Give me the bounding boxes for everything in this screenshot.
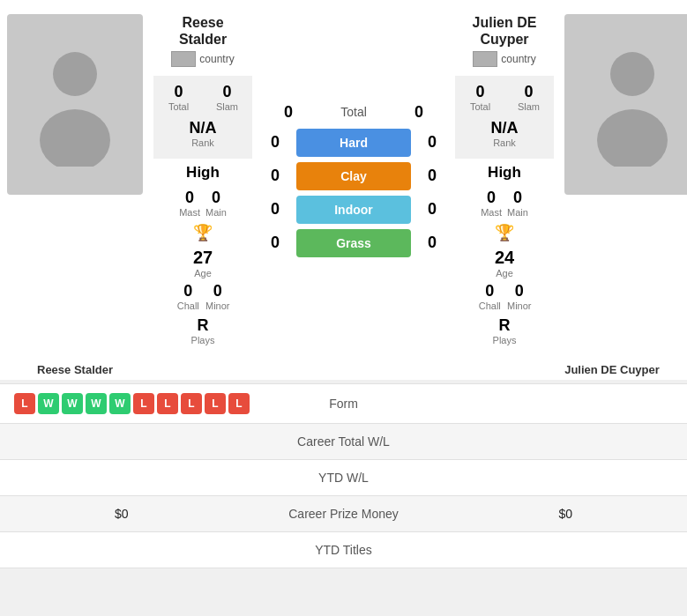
left-rank-value: N/A [157,119,249,137]
form-badge: L [133,393,154,414]
indoor-row: 0 Indoor 0 [263,196,444,224]
svg-point-2 [610,52,654,96]
left-player-name: Reese Stalder [179,14,227,48]
hard-right-score: 0 [420,133,444,152]
career-wl-row: Career Total W/L [0,424,687,460]
right-player-name-below: Julien DE Cuyper [537,360,687,380]
right-high: High [488,164,521,182]
left-slam-stat: 0 Slam [205,83,249,112]
form-badge: W [86,393,107,414]
right-trophy-row: 🏆 [495,223,514,242]
form-badges-container: LWWWWLLLLL [14,393,265,414]
right-slam-stat: 0 Slam [507,83,550,112]
right-rank-value: N/A [459,119,550,137]
right-main-stat: 0 Main [507,189,528,218]
left-stats-block: 0 Total 0 Slam N/A Rank [153,76,252,159]
right-plays: R Plays [493,316,517,345]
right-player-country: country [473,51,535,67]
right-mast-stat: 0 Mast [481,189,502,218]
clay-surface-btn[interactable]: Clay [296,162,411,190]
right-rank-label: Rank [459,137,550,148]
indoor-left-score: 0 [263,200,287,219]
form-badge: L [205,393,226,414]
left-player-stats: Reese Stalder country 0 Total 0 Slam [150,7,256,353]
left-chall-stat: 0 Chall [175,282,200,311]
grass-row: 0 Grass 0 [263,229,444,257]
right-stats-block: 0 Total 0 Slam N/A Rank [455,76,554,159]
form-row: LWWWWLLLLL Form [0,383,687,424]
left-player-photo [0,7,150,353]
hard-surface-btn[interactable]: Hard [296,129,411,157]
form-badge: L [157,393,178,414]
career-prize-left: $0 [14,507,229,521]
ytd-titles-row: YTD Titles [0,532,687,568]
career-prize-right: $0 [459,507,674,521]
hard-row: 0 Hard 0 [263,129,444,157]
grass-left-score: 0 [263,234,287,252]
left-player-country: country [171,51,234,67]
form-badge: L [228,393,250,414]
left-total-stat: 0 Total [157,83,200,112]
ytd-wl-row: YTD W/L [0,460,687,496]
left-plays: R Plays [191,316,215,345]
total-left-score: 0 [276,103,301,122]
total-row: 0 Total 0 [276,103,431,122]
right-age: 24 Age [495,248,514,278]
left-high: High [186,164,220,182]
player-comparison: Reese Stalder country 0 Total 0 Slam [0,0,687,360]
career-wl-label: Career Total W/L [229,434,459,449]
form-badge: L [14,393,35,414]
left-mast-stat: 0 Mast [179,189,200,218]
ytd-wl-label: YTD W/L [229,471,459,485]
right-minor-stat: 0 Minor [507,282,532,311]
left-player-name-below: Reese Stalder [0,360,150,380]
career-prize-row: $0 Career Prize Money $0 [0,496,687,532]
indoor-surface-btn[interactable]: Indoor [296,196,411,224]
form-label: Form [265,397,423,411]
form-badge: W [38,393,59,414]
total-right-score: 0 [407,103,431,122]
right-player-stats: Julien DE Cuyper country 0 Total 0 Slam [452,7,557,353]
left-minor-stat: 0 Minor [205,282,230,311]
left-rank-label: Rank [157,137,249,148]
right-player-name: Julien DE Cuyper [473,14,537,48]
grass-right-score: 0 [420,234,444,252]
career-prize-label: Career Prize Money [229,507,459,521]
form-badge: L [181,393,202,414]
player-names-row: Reese Stalder Julien DE Cuyper [0,360,687,380]
left-main-stat: 0 Main [205,189,227,218]
form-badge: W [109,393,131,414]
clay-row: 0 Clay 0 [263,162,444,190]
clay-left-score: 0 [263,167,287,185]
main-container: Reese Stalder country 0 Total 0 Slam [0,0,687,568]
indoor-right-score: 0 [420,200,444,219]
right-player-photo [557,7,687,353]
left-age: 27 Age [193,248,213,278]
total-label: Total [310,105,398,119]
svg-point-0 [53,52,97,96]
right-total-stat: 0 Total [459,83,502,112]
svg-point-3 [597,109,668,167]
right-chall-stat: 0 Chall [477,282,502,311]
form-badge: W [62,393,83,414]
grass-surface-btn[interactable]: Grass [296,229,411,257]
clay-right-score: 0 [420,167,444,185]
hard-left-score: 0 [263,133,287,152]
center-surfaces: 0 Total 0 0 Hard 0 0 Clay 0 0 Indoor 0 [256,7,452,353]
left-trophy-row: 🏆 [193,223,213,242]
ytd-titles-label: YTD Titles [229,543,459,557]
svg-point-1 [40,109,110,167]
